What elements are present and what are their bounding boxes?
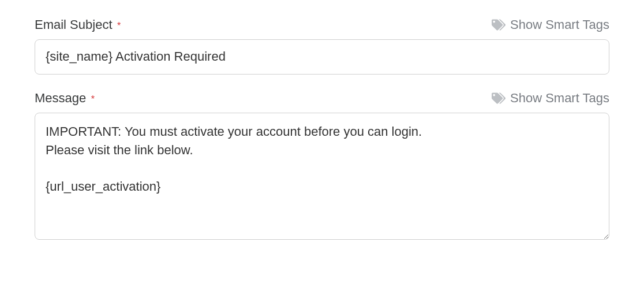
email-subject-header: Email Subject * Show Smart Tags (35, 17, 609, 32)
show-smart-tags-message[interactable]: Show Smart Tags (492, 91, 609, 106)
email-subject-group: Email Subject * Show Smart Tags (35, 17, 609, 75)
smart-tags-text: Show Smart Tags (510, 91, 609, 106)
tags-icon (492, 18, 506, 32)
email-subject-input[interactable] (35, 39, 609, 75)
message-label: Message (35, 91, 86, 105)
message-group: Message * Show Smart Tags (35, 91, 609, 242)
required-asterisk: * (117, 21, 121, 31)
email-subject-label: Email Subject (35, 17, 113, 32)
message-label-wrap: Message * (35, 91, 95, 106)
required-asterisk: * (91, 94, 95, 104)
smart-tags-text: Show Smart Tags (510, 17, 609, 32)
message-header: Message * Show Smart Tags (35, 91, 609, 106)
message-textarea[interactable] (35, 113, 609, 240)
tags-icon (492, 91, 506, 105)
show-smart-tags-subject[interactable]: Show Smart Tags (492, 17, 609, 32)
email-subject-label-wrap: Email Subject * (35, 17, 121, 32)
